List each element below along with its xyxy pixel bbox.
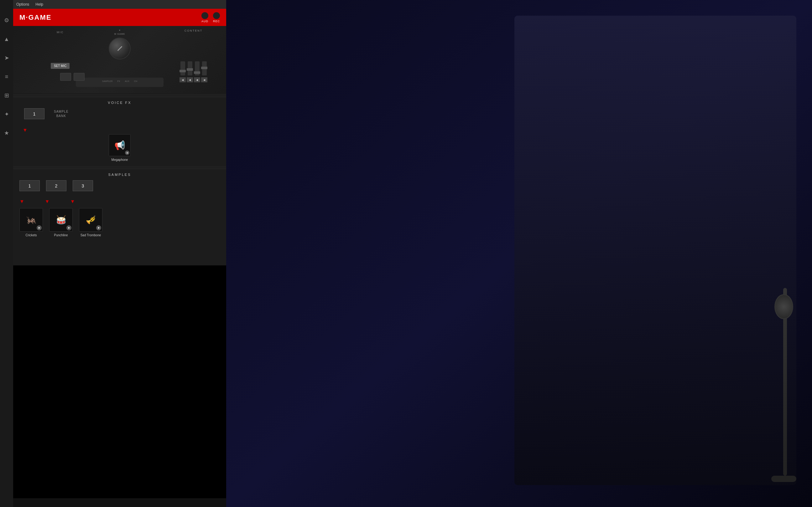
set-mic-button[interactable]: SET MIC — [51, 63, 69, 69]
voice-fx-slots-area: 📢 ⊕ Megaphone — [13, 134, 226, 165]
fader-2[interactable] — [188, 61, 192, 75]
menu-item-help[interactable]: Help — [36, 2, 43, 7]
sidebar-item-gear[interactable]: ⚙ — [2, 16, 11, 25]
video-background — [226, 0, 812, 507]
person-frame — [514, 16, 796, 485]
sample-bank-label: SAMPLEBANK — [54, 110, 68, 118]
samples-arrow-connector: ▼ ▼ ▼ — [13, 198, 226, 206]
mic-label: MIC — [57, 31, 64, 34]
fx-arrow-connector: ▼ — [13, 126, 226, 134]
mgame-device-label: M·GAME — [109, 33, 131, 35]
drag-handle-icon: ⊕ — [125, 151, 130, 155]
menu-item-options[interactable]: Options — [16, 2, 29, 7]
sidebar-item-controller[interactable]: ⊞ — [2, 91, 11, 100]
voice-fx-title: VOICE FX — [19, 101, 220, 105]
device-base — [76, 77, 163, 87]
punchline-label: Punchline — [54, 233, 68, 237]
aux-label: AUX — [125, 80, 129, 82]
device-center: ✦ M·GAME — [109, 29, 131, 59]
arrow-left-btn-4[interactable]: ◀ — [201, 77, 207, 82]
crickets-icon: 🦗 — [26, 215, 36, 225]
sidebar-item-up[interactable]: ▲ — [2, 35, 11, 44]
trombone-play-btn[interactable]: ▶ — [96, 225, 101, 230]
app-header: M·GAME AUD REC — [13, 9, 226, 26]
megaphone-icon: 📢 — [114, 140, 125, 151]
content-section: CONTENT — [180, 29, 207, 82]
fader-3[interactable] — [195, 61, 200, 75]
sample-btn-1[interactable]: 1 — [19, 180, 40, 191]
device-cards — [60, 73, 85, 81]
sample-slot-punchline: 🥁 ▶ Punchline — [49, 208, 73, 237]
aud-button[interactable]: AUD — [201, 12, 208, 23]
sidebar-item-star[interactable]: ★ — [2, 128, 11, 138]
sample-slot-crickets: 🦗 ▶ Crickets — [19, 208, 43, 237]
sidebar-item-eq[interactable]: ≡ — [2, 72, 11, 81]
camera-area: ❄ ✦ ✦ — [226, 0, 812, 507]
microphone-head — [774, 294, 793, 319]
arrow-buttons-row: ◀ ◀ ◀ ◀ — [180, 77, 207, 82]
content-label: CONTENT — [185, 29, 203, 32]
sample-crickets-img[interactable]: 🦗 ▶ — [19, 208, 43, 232]
app-logo: M·GAME — [19, 13, 51, 21]
samples-down-arrow-3: ▼ — [70, 199, 75, 204]
bottom-bar — [0, 498, 226, 507]
rec-button[interactable]: REC — [213, 12, 220, 23]
samples-down-arrow-2: ▼ — [45, 199, 50, 204]
fx-down-arrow-1: ▼ — [22, 127, 28, 133]
sidebar: ⚙ ▲ ➤ ≡ ⊞ ✦ ★ — [0, 0, 13, 507]
content-meters — [187, 34, 200, 59]
device-logo-label: ✦ — [109, 29, 131, 32]
fx-label: FX — [117, 80, 120, 82]
sample-slot-trombone: 🎺 ▶ Sad Trombone — [79, 208, 102, 237]
arrow-left-btn-2[interactable]: ◀ — [187, 77, 193, 82]
samples-down-arrow-1: ▼ — [19, 199, 24, 204]
sample-slots-area: 🦗 ▶ Crickets 🥁 ▶ Punchline 🎺 ▶ Sad Tromb… — [13, 206, 226, 242]
voice-fx-controls: 1 SAMPLEBANK — [19, 108, 220, 119]
fader-1[interactable] — [181, 61, 185, 75]
trombone-label: Sad Trombone — [81, 233, 101, 237]
sample-btn-2[interactable]: 2 — [46, 180, 66, 191]
header-controls: AUD REC — [201, 12, 220, 23]
crickets-label: Crickets — [26, 233, 37, 237]
rec-circle — [213, 12, 220, 19]
menu-bar: Options Help — [13, 0, 226, 9]
divider-2 — [13, 167, 226, 167]
sidebar-item-arrow[interactable]: ➤ — [2, 53, 11, 63]
voice-fx-inner: 1 SAMPLEBANK — [24, 108, 68, 119]
samples-title: SAMPLES — [19, 173, 220, 176]
crickets-play-btn[interactable]: ▶ — [37, 225, 42, 230]
sample-btn-3[interactable]: 3 — [73, 180, 93, 191]
mic-level-meters — [55, 35, 65, 60]
fx-slot-megaphone-img[interactable]: 📢 ⊕ — [109, 134, 131, 156]
mic-stand-base — [771, 476, 796, 482]
samples-section: SAMPLES 1 2 3 — [13, 169, 226, 198]
sample-punchline-img[interactable]: 🥁 ▶ — [49, 208, 73, 232]
punchline-icon: 🥁 — [56, 215, 66, 225]
punchline-play-btn[interactable]: ▶ — [66, 225, 71, 230]
aud-label: AUD — [201, 20, 208, 23]
arrow-left-btn-1[interactable]: ◀ — [180, 77, 186, 82]
aud-circle — [201, 12, 208, 19]
sample-trombone-img[interactable]: 🎺 ▶ — [79, 208, 102, 232]
bottom-labels: SAMPLER FX AUX CH — [102, 80, 137, 82]
main-knob[interactable] — [109, 38, 131, 59]
device-panel: MIC SET MIC — [13, 26, 226, 93]
app-window: M·GAME AUD REC MIC — [13, 9, 226, 265]
sidebar-item-effects[interactable]: ✦ — [2, 110, 11, 119]
samples-buttons-row: 1 2 3 — [19, 180, 220, 191]
fx-slot-megaphone: 📢 ⊕ Megaphone — [19, 134, 220, 162]
fader-4[interactable] — [202, 61, 207, 75]
rec-label: REC — [213, 20, 220, 23]
fx-slot-megaphone-label: Megaphone — [111, 158, 128, 162]
arrow-left-btn-3[interactable]: ◀ — [194, 77, 200, 82]
fx-down-arrows: ▼ — [19, 127, 220, 133]
fader-group — [181, 61, 207, 75]
trombone-icon: 🎺 — [86, 215, 96, 225]
knob-marker — [117, 46, 122, 51]
divider-1 — [13, 95, 226, 95]
device-card-1 — [60, 73, 71, 81]
voice-fx-preset-btn[interactable]: 1 — [24, 108, 45, 119]
device-visual: MIC SET MIC — [13, 26, 226, 93]
device-card-2 — [73, 73, 85, 81]
sampler-label: SAMPLER — [102, 80, 112, 82]
